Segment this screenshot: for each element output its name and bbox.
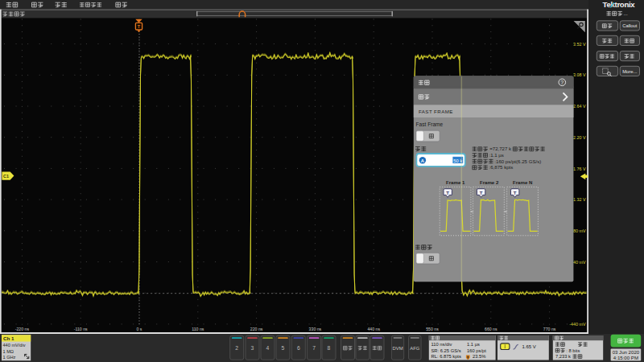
svg-text:0 s: 0 s xyxy=(137,327,142,331)
svg-text:2.20 V: 2.20 V xyxy=(573,135,586,140)
svg-text::160 ps/pt(6.25 GS/s): :160 ps/pt(6.25 GS/s) xyxy=(494,158,541,164)
svg-text:440 mV/div: 440 mV/div xyxy=(3,343,26,348)
svg-text:330 ns: 330 ns xyxy=(309,327,322,331)
svg-text:1 GHz: 1 GHz xyxy=(3,355,16,360)
svg-text:440 ns: 440 ns xyxy=(367,327,380,331)
svg-text:-440 mV: -440 mV xyxy=(569,322,586,327)
svg-text:More...: More... xyxy=(622,69,638,74)
svg-text:2: 2 xyxy=(235,345,238,351)
svg-text:T: T xyxy=(480,191,483,195)
svg-text:1.32 V: 1.32 V xyxy=(573,197,586,202)
svg-text::1.1 µs: :1.1 µs xyxy=(489,152,504,158)
svg-text:...: ... xyxy=(624,10,628,16)
svg-text:1.1 µs: 1.1 µs xyxy=(467,342,480,347)
svg-text:3: 3 xyxy=(251,345,254,351)
svg-text:-220 ns: -220 ns xyxy=(15,327,30,331)
svg-text:T: T xyxy=(514,191,517,195)
svg-text:FAST FRAME: FAST FRAME xyxy=(419,109,453,114)
svg-text:03 Jun 2020: 03 Jun 2020 xyxy=(613,349,640,355)
svg-text:2.64 V: 2.64 V xyxy=(573,104,586,109)
svg-text:23.5%: 23.5% xyxy=(473,354,485,359)
svg-text:160 ps/pt: 160 ps/pt xyxy=(467,348,486,353)
svg-text:5: 5 xyxy=(282,345,285,351)
svg-text:6: 6 xyxy=(297,345,300,351)
svg-text:1.76 V: 1.76 V xyxy=(573,167,586,171)
svg-text:4:15:00 PM: 4:15:00 PM xyxy=(613,355,638,360)
svg-text:660 ns: 660 ns xyxy=(485,327,497,331)
svg-text:Frame 1: Frame 1 xyxy=(446,179,465,185)
svg-text:C1: C1 xyxy=(3,174,9,179)
svg-text:1.65 V: 1.65 V xyxy=(522,344,536,349)
svg-text:770 ns: 770 ns xyxy=(543,327,556,331)
svg-text:110 ns: 110 ns xyxy=(192,327,204,331)
svg-text:RL: 6.875 kpts: RL: 6.875 kpts xyxy=(431,354,461,359)
svg-text:110 ns/div: 110 ns/div xyxy=(431,342,452,347)
svg-text:?: ? xyxy=(561,80,564,85)
svg-text:220 ns: 220 ns xyxy=(250,327,263,331)
svg-text:T: T xyxy=(446,191,449,195)
svg-text:Fast Frame: Fast Frame xyxy=(416,121,444,127)
svg-text:4: 4 xyxy=(266,345,270,351)
svg-text:=72,727 k: =72,727 k xyxy=(489,146,512,151)
svg-text:Callout: Callout xyxy=(622,23,638,28)
svg-text:-110 ns: -110 ns xyxy=(74,327,88,331)
svg-text:3.08 V: 3.08 V xyxy=(573,72,586,77)
svg-text:AFG: AFG xyxy=(410,346,420,351)
svg-text:Tektronix: Tektronix xyxy=(603,0,636,9)
svg-text:Frame 2: Frame 2 xyxy=(480,179,499,185)
svg-text:: 8 bits: : 8 bits xyxy=(566,348,580,353)
svg-text:8: 8 xyxy=(328,345,331,351)
svg-text:1 MΩ: 1 MΩ xyxy=(3,349,14,354)
svg-text::6,875 kpts: :6,875 kpts xyxy=(489,164,514,170)
svg-text:Frame N: Frame N xyxy=(513,179,532,185)
svg-text:SR: 6.25 GS/s: SR: 6.25 GS/s xyxy=(431,348,461,353)
svg-text:7: 7 xyxy=(312,345,316,351)
svg-text:3.52 V: 3.52 V xyxy=(573,42,586,47)
svg-text:7,233 k: 7,233 k xyxy=(555,354,571,359)
svg-text:Ch 1: Ch 1 xyxy=(3,335,14,341)
svg-text:550 ns: 550 ns xyxy=(426,327,439,331)
svg-text:DVM: DVM xyxy=(393,346,403,351)
